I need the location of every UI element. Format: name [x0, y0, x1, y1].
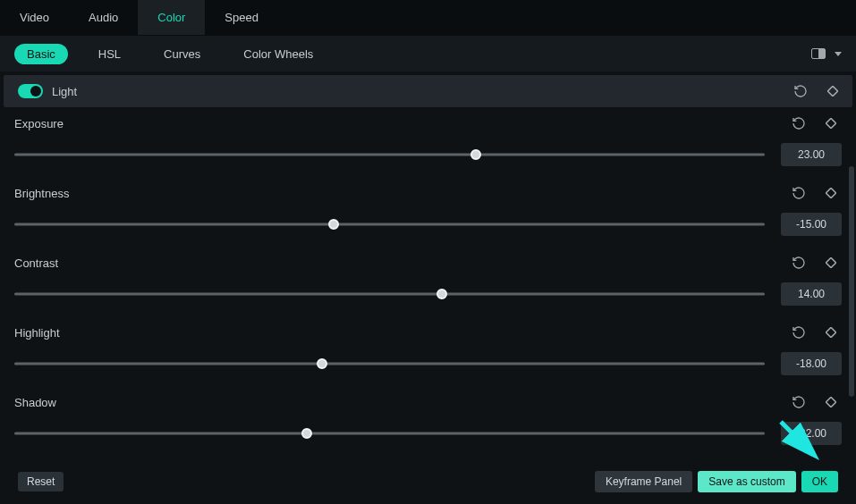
exposure-slider[interactable] — [14, 147, 765, 162]
section-header-light: Light — [4, 75, 852, 107]
contrast-slider[interactable] — [14, 287, 765, 301]
shadow-value[interactable]: -22.00 — [781, 422, 842, 445]
keyframe-contrast-icon[interactable] — [826, 257, 836, 268]
param-label: Contrast — [14, 256, 58, 270]
subtab-hsl[interactable]: HSL — [86, 44, 133, 64]
light-toggle[interactable] — [18, 84, 43, 98]
tab-audio[interactable]: Audio — [69, 0, 138, 35]
param-brightness: Brightness-15.00 — [14, 182, 842, 236]
section-title: Light — [52, 85, 77, 98]
svg-rect-3 — [826, 257, 835, 267]
param-label: Highlight — [14, 326, 60, 340]
layout-dropdown-icon[interactable] — [835, 52, 842, 56]
keyframe-shadow-icon[interactable] — [826, 397, 836, 407]
brightness-value[interactable]: -15.00 — [781, 213, 842, 236]
keyframe-brightness-icon[interactable] — [826, 188, 836, 198]
main-tab-bar: Video Audio Color Speed — [0, 0, 856, 36]
reset-button[interactable]: Reset — [18, 472, 64, 491]
param-highlight: Highlight-18.00 — [14, 322, 842, 375]
subtab-basic[interactable]: Basic — [14, 44, 68, 64]
subtab-bar: Basic HSL Curves Color Wheels — [0, 36, 856, 71]
reset-contrast-icon[interactable] — [792, 256, 806, 270]
brightness-slider[interactable] — [14, 217, 765, 231]
params-panel: Exposure23.00Brightness-15.00Contrast14.… — [0, 107, 856, 459]
subtab-curves[interactable]: Curves — [151, 44, 213, 64]
keyframe-exposure-icon[interactable] — [826, 118, 836, 129]
svg-rect-2 — [826, 188, 835, 197]
tab-video[interactable]: Video — [0, 0, 69, 35]
reset-section-icon[interactable] — [793, 84, 808, 98]
reset-brightness-icon[interactable] — [792, 186, 806, 200]
save-as-custom-button[interactable]: Save as custom — [698, 471, 795, 492]
param-label: Shadow — [14, 396, 56, 409]
param-label: Exposure — [14, 117, 64, 130]
tab-color[interactable]: Color — [138, 0, 205, 35]
highlight-value[interactable]: -18.00 — [781, 352, 842, 375]
param-shadow: Shadow-22.00 — [14, 391, 842, 445]
reset-highlight-icon[interactable] — [792, 325, 806, 340]
exposure-value[interactable]: 23.00 — [781, 143, 842, 166]
tab-speed[interactable]: Speed — [205, 0, 278, 35]
svg-rect-0 — [827, 86, 837, 96]
contrast-value[interactable]: 14.00 — [781, 282, 842, 306]
reset-exposure-icon[interactable] — [792, 116, 806, 130]
highlight-slider[interactable] — [14, 357, 765, 371]
compare-layout-icon[interactable] — [811, 48, 826, 59]
footer-bar: Reset Keyframe Panel Save as custom OK — [0, 459, 856, 504]
ok-button[interactable]: OK — [801, 471, 838, 492]
subtab-colorwheels[interactable]: Color Wheels — [231, 44, 326, 64]
keyframe-panel-button[interactable]: Keyframe Panel — [595, 471, 692, 492]
param-label: Brightness — [14, 187, 69, 200]
param-contrast: Contrast14.00 — [14, 252, 842, 306]
reset-shadow-icon[interactable] — [792, 395, 806, 409]
svg-rect-1 — [826, 118, 835, 128]
keyframe-highlight-icon[interactable] — [826, 327, 836, 338]
scrollbar[interactable] — [849, 166, 854, 397]
svg-rect-5 — [826, 397, 835, 407]
shadow-slider[interactable] — [14, 426, 765, 441]
param-exposure: Exposure23.00 — [14, 113, 842, 166]
svg-rect-4 — [826, 327, 835, 337]
keyframe-section-icon[interactable] — [827, 86, 838, 97]
